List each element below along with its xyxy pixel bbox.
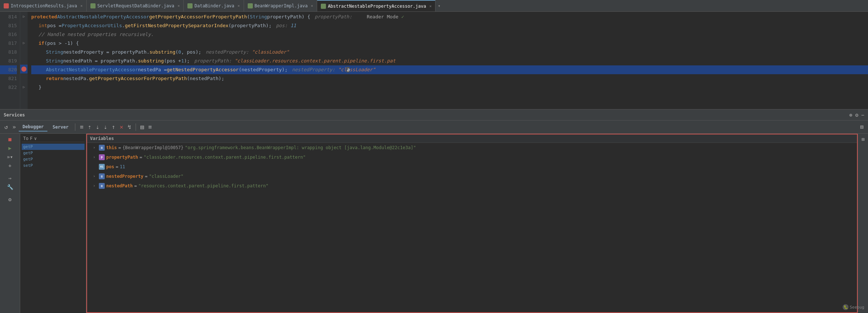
evaluate-btn[interactable]: ↯ (126, 123, 133, 131)
expand-nestedpath[interactable]: › (93, 182, 97, 190)
var-item-propertypath[interactable]: › p propertyPath = "classLoader.resource… (87, 152, 857, 162)
gutter-empty-819 (20, 56, 28, 65)
frames-to-label: To (23, 136, 28, 141)
tab-bar: IntrospectionResults.java ✕ ServletReque… (0, 0, 868, 12)
frames-panel: To F ∨ getP getP getP setP (20, 134, 86, 313)
resume-btn[interactable]: ▶ (7, 144, 12, 152)
tab-label-abstract: AbstractNestablePropertyAccessor.java (328, 4, 426, 9)
debugger-content: ■ ▶ »▾ + ⇒ 🔧 ⚙ To F ∨ getP getP getP set… (0, 134, 868, 313)
code-line-815: int pos = PropertyAccessorUtils . getFir… (31, 21, 868, 30)
expand-this[interactable]: › (93, 144, 97, 151)
tab-label-servlet: ServletRequestDataBinder.java (97, 3, 175, 8)
seebug-label: Seebug (850, 305, 864, 310)
settings-icon[interactable]: ⚙ (855, 112, 858, 118)
arrow-right-btn[interactable]: ⇒ (7, 174, 12, 182)
debugger-tab[interactable]: Debugger (19, 123, 47, 132)
step-into-btn[interactable]: ⇣ (94, 123, 101, 131)
tab-label-beanwrapper: BeanWrapperImpl.java (255, 3, 308, 8)
tab-abstract[interactable]: AbstractNestablePropertyAccessor.java ✕ (317, 0, 435, 12)
gutter-empty-821 (20, 73, 28, 82)
gutter-empty-818 (20, 47, 28, 56)
code-line-818: String nestedProperty = propertyPath. su… (31, 48, 868, 57)
tab-label-introspection: IntrospectionResults.java (11, 3, 77, 8)
close-introspection[interactable]: ✕ (80, 4, 83, 8)
minimize-icon[interactable]: − (861, 112, 864, 118)
var-value-pos: 11 (120, 163, 125, 170)
var-item-pos[interactable]: 01 pos = 11 (87, 162, 857, 172)
refresh-btn[interactable]: ↺ (3, 123, 10, 131)
step-out-btn[interactable]: ⇣ (102, 123, 109, 131)
var-item-nestedproperty[interactable]: › ≡ nestedProperty = "classLoader" (87, 172, 857, 181)
tab-icon-abstract (321, 4, 326, 9)
frames-header: To F ∨ (22, 135, 85, 142)
tab-beanwrapper[interactable]: BeanWrapperImpl.java ✕ (244, 0, 318, 12)
right-panel: ⊞ (858, 134, 868, 313)
tab-servlet[interactable]: ServletRequestDataBinder.java ✕ (87, 0, 184, 12)
code-line-822: } (31, 83, 868, 92)
code-line-816: // Handle nested properties recursively. (31, 30, 868, 39)
var-eq-nestedproperty: = (145, 173, 147, 180)
close-servlet[interactable]: ✕ (177, 4, 180, 8)
settings-left-btn[interactable]: ⚙ (7, 195, 12, 204)
expand-nestedproperty[interactable]: › (93, 173, 97, 180)
server-tab[interactable]: Server (49, 123, 72, 131)
var-item-nestedpath[interactable]: › ≡ nestedPath = "resources.context.pare… (87, 181, 857, 191)
tab-introspection[interactable]: IntrospectionResults.java ✕ (0, 0, 87, 12)
gutter-empty-816 (20, 29, 28, 38)
var-item-this[interactable]: › ≡ this = {BeanWrapperImpl@10057} "org.… (87, 143, 857, 152)
code-line-820: AbstractNestablePropertyAccessor nestedP… (31, 65, 868, 74)
globe-icon[interactable]: ⊕ (849, 112, 852, 118)
more-btn[interactable]: » (11, 123, 18, 131)
variables-header: Variables (87, 134, 857, 143)
var-name-pos: pos (106, 163, 114, 170)
right-layout-btn[interactable]: ⊞ (860, 135, 865, 143)
gutter-fold-817[interactable]: ▷ (20, 38, 28, 47)
line-numbers: 814 815 816 817 818 819 820 821 822 (0, 12, 20, 109)
frames-dropdown[interactable]: ∨ (34, 136, 37, 141)
gutter: ▷ ▷ ▷ (20, 12, 28, 109)
close-databinder[interactable]: ✕ (238, 4, 240, 8)
expand-propertypath[interactable]: › (93, 154, 97, 161)
var-value-propertypath: "classLoader.resources.context.parent.pi… (144, 154, 306, 161)
list-btn[interactable]: ≡ (147, 123, 154, 131)
var-name-propertypath: propertyPath (106, 154, 138, 161)
dd-btn[interactable]: »▾ (6, 153, 14, 161)
var-icon-nestedpath: ≡ (99, 183, 105, 189)
tab-label-databinder: DataBinder.java (194, 3, 234, 8)
frames-filter-label: F (30, 136, 32, 141)
var-icon-nestedproperty: ≡ (99, 173, 105, 179)
gutter-breakpoint-820[interactable] (20, 65, 28, 73)
tab-databinder[interactable]: DataBinder.java ✕ (184, 0, 244, 12)
var-value-nestedproperty: "classLoader" (149, 173, 183, 180)
var-type-this: {BeanWrapperImpl@10057} (122, 144, 183, 151)
frame-item-1[interactable]: getP (22, 150, 85, 156)
var-name-nestedpath: nestedPath (106, 182, 133, 190)
stop-btn[interactable]: ✕ (118, 123, 125, 131)
frame-item-3[interactable]: setP (22, 162, 85, 169)
gutter-fold-814[interactable]: ▷ (20, 12, 28, 21)
seebug-icon: 🐛 (843, 304, 849, 310)
rerun-btn[interactable]: ≡ (78, 123, 85, 131)
tab-icon-beanwrapper (248, 3, 253, 8)
services-panel: Services ⊕ ⚙ − ↺ » Debugger Server ≡ ⇡ ⇣… (0, 109, 868, 313)
code-content: protected AbstractNestablePropertyAccess… (28, 12, 868, 109)
add-btn[interactable]: + (7, 162, 12, 170)
close-abstract[interactable]: ✕ (429, 4, 431, 8)
wrench-btn[interactable]: 🔧 (6, 183, 14, 191)
separator-2 (136, 123, 136, 131)
variables-panel: Variables › ≡ this = {BeanWrapperImpl@10… (86, 134, 858, 313)
table-btn[interactable]: ▤ (139, 123, 146, 131)
code-line-821: return nestedPa. getPropertyAccessorForP… (31, 74, 868, 83)
step-up-btn[interactable]: ↑ (110, 123, 117, 131)
frame-item-2[interactable]: getP (22, 156, 85, 162)
tab-overflow-arrow[interactable]: ▾ (435, 3, 442, 8)
var-icon-propertypath: p (99, 154, 105, 160)
step-over-btn[interactable]: ⇡ (86, 123, 93, 131)
frame-item-0[interactable]: getP (22, 144, 85, 150)
stop-session-btn[interactable]: ■ (7, 135, 12, 143)
gutter-fold-822[interactable]: ▷ (20, 82, 28, 91)
tab-icon-databinder (187, 3, 193, 8)
close-beanwrapper[interactable]: ✕ (311, 4, 313, 8)
layout-btn[interactable]: ⊞ (858, 123, 865, 131)
var-icon-this: ≡ (99, 145, 105, 151)
